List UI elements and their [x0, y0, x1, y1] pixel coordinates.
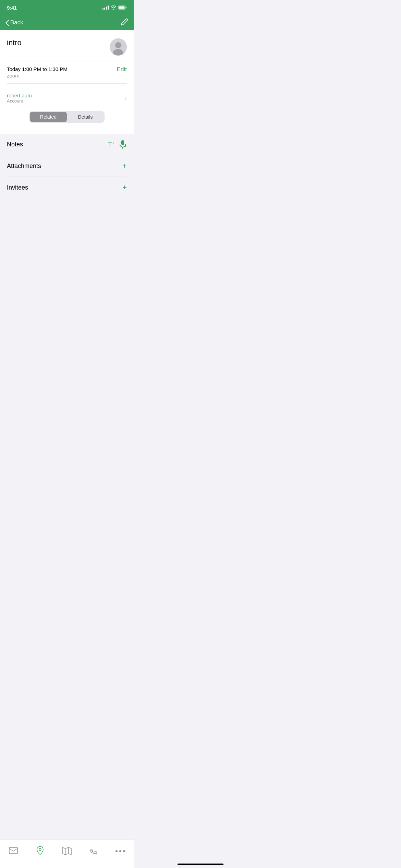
back-chevron-icon [5, 20, 9, 26]
svg-rect-2 [119, 7, 125, 9]
content-area: intro Today 1:00 PM to 1:30 PM zoom Edit… [0, 30, 134, 134]
time-edit-button[interactable]: Edit [117, 66, 127, 73]
attachments-row: Attachments + [7, 155, 127, 177]
svg-rect-1 [126, 7, 127, 8]
notes-row: Notes T+ [7, 134, 127, 155]
plus-icon: + [112, 141, 114, 145]
event-location: zoom [7, 73, 68, 79]
signal-bars-icon [102, 5, 109, 10]
wifi-icon [111, 5, 116, 10]
divider-1 [7, 61, 127, 61]
pencil-icon [121, 18, 128, 26]
notes-label: Notes [7, 141, 23, 148]
notes-actions: T+ [108, 140, 127, 149]
invitees-label: Invitees [7, 184, 28, 191]
tab-related[interactable]: Related [30, 112, 67, 122]
add-invitee-button[interactable]: + [122, 183, 127, 192]
divider-2 [7, 83, 127, 84]
nav-bar: Back [0, 15, 134, 30]
tab-details[interactable]: Details [67, 112, 104, 122]
microphone-icon [119, 140, 127, 149]
avatar [110, 38, 127, 56]
invitees-row: Invitees + [7, 177, 127, 198]
add-attachment-button[interactable]: + [122, 161, 127, 170]
account-chevron-icon: › [124, 94, 127, 102]
status-time: 9:41 [7, 5, 17, 11]
account-section[interactable]: robert auto Account › [7, 88, 127, 108]
add-text-note-button[interactable]: T+ [108, 141, 114, 148]
svg-rect-6 [121, 140, 124, 145]
avatar-icon [110, 38, 127, 56]
event-title: intro [7, 38, 22, 47]
attachments-label: Attachments [7, 162, 41, 170]
account-name: robert auto [7, 93, 32, 98]
account-type: Account [7, 98, 32, 104]
gray-section: Notes T+ Attachments + Inv [0, 134, 134, 198]
invitees-actions: + [122, 183, 127, 192]
segmented-control: Related Details [29, 111, 105, 123]
time-info: Today 1:00 PM to 1:30 PM zoom [7, 66, 68, 79]
add-voice-note-button[interactable] [119, 140, 127, 149]
time-section: Today 1:00 PM to 1:30 PM zoom Edit [7, 66, 127, 83]
account-info: robert auto Account [7, 93, 32, 104]
event-datetime: Today 1:00 PM to 1:30 PM [7, 66, 68, 72]
t-icon: T [108, 141, 112, 148]
battery-icon [118, 5, 127, 10]
svg-point-4 [115, 42, 121, 48]
attachments-actions: + [122, 161, 127, 170]
segmented-control-wrapper: Related Details [7, 108, 127, 128]
back-label: Back [10, 19, 23, 26]
back-button[interactable]: Back [5, 19, 23, 26]
edit-pencil-button[interactable] [121, 18, 128, 27]
status-bar: 9:41 [0, 0, 134, 15]
event-header: intro [7, 36, 127, 61]
status-icons [102, 5, 127, 10]
